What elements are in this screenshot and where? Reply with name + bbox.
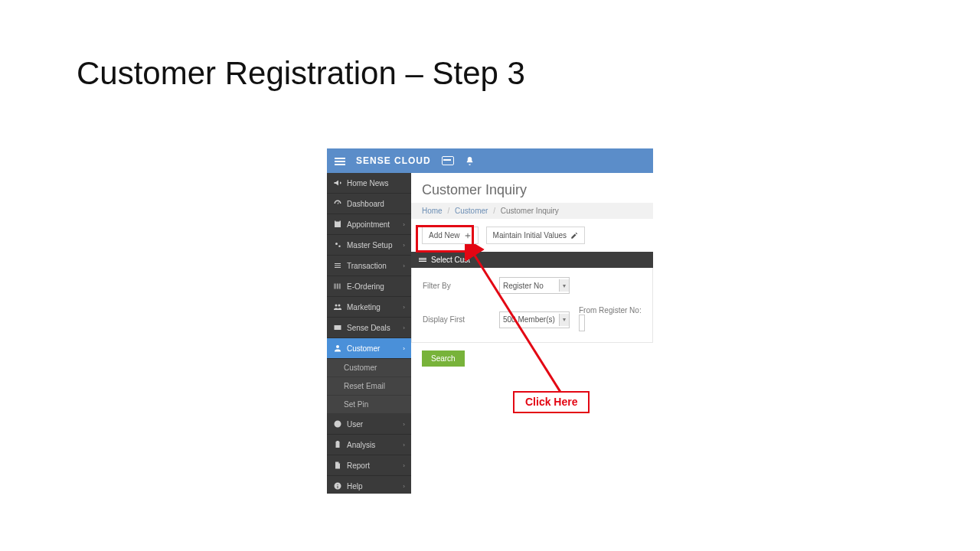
users-icon xyxy=(333,302,342,311)
app-screenshot: SENSE CLOUD Home News Dashboard Appointm… xyxy=(327,148,653,494)
chevron-down-icon: ▾ xyxy=(559,314,569,326)
toggle-bar-icon[interactable] xyxy=(442,156,454,165)
filter-by-select[interactable]: Register No ▾ xyxy=(499,277,570,294)
sidebar-item-label: Analysis xyxy=(347,441,375,449)
smile-icon xyxy=(333,419,342,429)
breadcrumb: Home / Customer / Customer Inquiry xyxy=(411,203,653,219)
sidebar-item-report[interactable]: Report › xyxy=(327,455,411,476)
breadcrumb-customer[interactable]: Customer xyxy=(455,207,488,215)
sidebar-item-transaction[interactable]: Transaction › xyxy=(327,256,411,276)
sidebar-item-master-setup[interactable]: Master Setup › xyxy=(327,235,411,256)
sidebar-subitem-customer[interactable]: Customer xyxy=(327,359,411,377)
barcode-icon xyxy=(333,282,342,291)
main-panel: Customer Inquiry Home / Customer / Custo… xyxy=(411,173,653,494)
chevron-right-icon: › xyxy=(403,242,405,249)
chevron-right-icon: › xyxy=(403,483,405,490)
filter-panel: Filter By Register No ▾ Display First 50… xyxy=(411,268,653,343)
app-brand: SENSE CLOUD xyxy=(356,155,431,166)
pencil-icon xyxy=(570,232,578,240)
card-icon xyxy=(333,323,342,332)
chevron-down-icon: ▾ xyxy=(559,279,569,292)
file-icon xyxy=(333,461,342,470)
sidebar-item-label: Help xyxy=(347,482,363,491)
sidebar-item-label: Appointment xyxy=(347,220,390,229)
panel-header-label: Select Cust xyxy=(431,256,470,264)
from-register-no-label: From Register No: xyxy=(576,306,642,315)
add-new-button[interactable]: Add New xyxy=(422,227,479,244)
chevron-right-icon: › xyxy=(403,421,405,428)
hamburger-icon[interactable] xyxy=(335,156,345,165)
sidebar-item-label: Customer xyxy=(347,344,380,353)
sidebar-submenu-customer: Customer Reset Email Set Pin xyxy=(327,359,411,414)
breadcrumb-current: Customer Inquiry xyxy=(501,207,559,215)
chevron-right-icon: › xyxy=(403,442,405,448)
maintain-initial-values-button[interactable]: Maintain Initial Values xyxy=(486,227,586,244)
clipboard-icon xyxy=(333,440,342,449)
sidebar-item-customer[interactable]: Customer › xyxy=(327,338,411,359)
chevron-right-icon: › xyxy=(403,462,405,469)
sidebar-subitem-set-pin[interactable]: Set Pin xyxy=(327,396,411,414)
list-icon xyxy=(333,261,342,270)
search-button[interactable]: Search xyxy=(422,350,465,367)
sidebar-subitem-reset-email[interactable]: Reset Email xyxy=(327,377,411,396)
megaphone-icon xyxy=(333,178,342,187)
cogs-icon xyxy=(333,240,342,249)
sidebar-item-label: Master Setup xyxy=(347,241,392,249)
from-register-no-input[interactable] xyxy=(579,315,585,331)
toolbar: Add New Maintain Initial Values xyxy=(411,219,653,252)
panel-header: Select Cust xyxy=(411,252,653,268)
page-title: Customer Inquiry xyxy=(411,173,653,203)
search-bar: Search xyxy=(411,343,653,374)
bell-icon[interactable] xyxy=(465,156,475,166)
display-first-label: Display First xyxy=(423,315,492,324)
sidebar-item-e-ordering[interactable]: E-Ordering xyxy=(327,276,411,297)
info-icon xyxy=(333,481,342,491)
breadcrumb-sep: / xyxy=(493,207,495,215)
sidebar-item-label: Dashboard xyxy=(347,200,384,208)
sidebar-item-label: Home News xyxy=(347,179,388,187)
sidebar: Home News Dashboard Appointment › Master… xyxy=(327,173,411,494)
filter-by-label: Filter By xyxy=(423,282,492,290)
calendar-icon xyxy=(333,220,342,229)
sidebar-item-user[interactable]: User › xyxy=(327,414,411,435)
sidebar-item-analysis[interactable]: Analysis › xyxy=(327,435,411,455)
list-icon xyxy=(419,257,426,263)
chevron-right-icon: › xyxy=(403,324,405,331)
sidebar-item-sense-deals[interactable]: Sense Deals › xyxy=(327,318,411,338)
gauge-icon xyxy=(333,199,342,208)
breadcrumb-sep: / xyxy=(447,207,449,215)
sidebar-item-label: E-Ordering xyxy=(347,282,384,291)
display-first-select[interactable]: 500 Member(s) ▾ xyxy=(499,311,570,328)
sidebar-item-label: Report xyxy=(347,461,370,470)
sidebar-item-label: User xyxy=(347,420,363,429)
select-value: Register No xyxy=(503,282,544,290)
sidebar-item-appointment[interactable]: Appointment › xyxy=(327,214,411,235)
chevron-right-icon: › xyxy=(403,221,405,228)
sidebar-item-home-news[interactable]: Home News xyxy=(327,173,411,194)
breadcrumb-home[interactable]: Home xyxy=(422,207,443,215)
top-bar: SENSE CLOUD xyxy=(327,148,653,173)
chevron-right-icon: › xyxy=(403,345,405,352)
sidebar-item-label: Sense Deals xyxy=(347,324,390,332)
slide-title: Customer Registration – Step 3 xyxy=(77,55,525,92)
sidebar-item-help[interactable]: Help › xyxy=(327,476,411,494)
sidebar-item-dashboard[interactable]: Dashboard xyxy=(327,194,411,214)
chevron-right-icon: › xyxy=(403,262,405,269)
plus-icon xyxy=(464,232,472,240)
chevron-right-icon: › xyxy=(403,304,405,311)
button-label: Add New xyxy=(429,231,460,240)
person-icon xyxy=(333,344,342,353)
sidebar-item-label: Transaction xyxy=(347,262,387,270)
select-value: 500 Member(s) xyxy=(503,315,555,324)
button-label: Maintain Initial Values xyxy=(493,231,567,240)
sidebar-item-label: Marketing xyxy=(347,303,381,311)
sidebar-item-marketing[interactable]: Marketing › xyxy=(327,297,411,318)
